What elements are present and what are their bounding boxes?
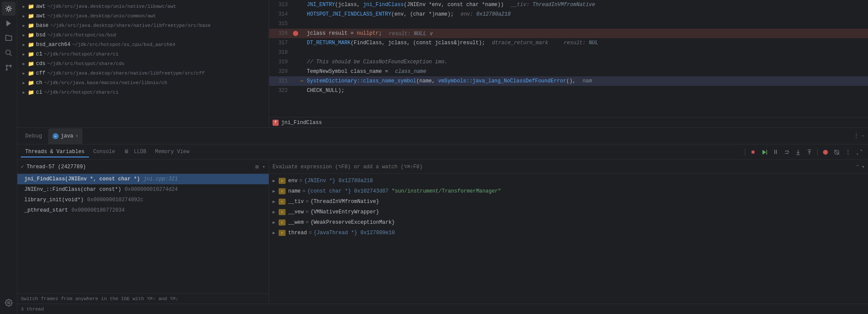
search-sidebar-icon[interactable] [2,46,16,60]
debug-more-btn[interactable]: ⋮ [854,133,859,139]
eval-right-icons: ⌃ ▾ [856,164,865,170]
svg-point-4 [6,65,7,66]
debug-minimize-btn[interactable]: − [861,133,865,139]
var-type-icon: f [279,230,286,236]
tree-item-ci[interactable]: ▶ 📁 ci ~/jdk/src/hotspot/share/ci [17,88,269,97]
tree-arrow: ▶ [23,33,28,38]
folder-icon: 📁 [28,80,34,86]
debug-tabs-bar: Debug ☕ java × ⋮ − [17,128,868,144]
var-type-icon: f [279,199,286,205]
toolbar-sep-1 [745,149,745,156]
var-expand-arrow: ▶ [273,209,279,215]
main-content: ▶ 📁 awt ~/jdk/src/java.desktop/unix/nati… [17,0,868,314]
tree-arrow: ▶ [23,4,28,9]
step-into-btn[interactable] [793,147,803,157]
session-icon: ☕ [53,133,59,139]
code-line-317: 317 DT_RETURN_MARK(FindClass, jclass, (c… [269,38,868,48]
var-item-env[interactable]: ▶ f env = {JNIEnv *} 0x12780a218 [269,176,868,186]
debug-session-tab[interactable]: ☕ java × [48,128,82,144]
stop-red-btn[interactable] [820,147,831,157]
tree-item-bsd[interactable]: ▶ 📁 bsd ~/jdk/src/hotspot/os/bsd [17,30,269,40]
tab-console[interactable]: Console [89,147,119,157]
var-item-vew[interactable]: ▶ f __vew = {VMNativeEntryWrapper} [269,207,868,217]
tab-memory-view[interactable]: Memory View [151,147,194,157]
toolbar-right [854,147,865,157]
folder-icon: 📁 [28,42,34,48]
debug-sidebar-icon[interactable] [2,2,16,16]
var-type-icon: f [279,219,286,226]
code-line-321: 321 → SystemDictionary::class_name_symbo… [269,76,868,86]
var-item-tiv[interactable]: ▶ f __tiv = {ThreadInVMfromNative} [269,196,868,207]
stack-frame-0[interactable]: jni_FindClass(JNIEnv *, const char *) jn… [17,174,269,184]
var-item-thread[interactable]: ▶ f thread = {JavaThread *} 0x127809e10 [269,228,868,238]
more-options-btn[interactable]: ⋮ [843,147,853,157]
step-over-btn[interactable] [782,147,792,157]
var-expand-arrow: ▶ [273,178,279,183]
pause-btn[interactable]: ⏸ [770,147,781,157]
debug-toolbar: Threads & Variables Console 🖥 LLDB Memor… [17,144,868,160]
debug-panel: Debug ☕ java × ⋮ − Threads & Variables C… [17,128,868,314]
thread-chevron-icon[interactable]: ▾ [262,164,265,170]
var-item-wem[interactable]: ▶ f __wem = {WeakPreserveExceptionMark} [269,217,868,228]
stop-debug-btn[interactable]: ■ [748,147,758,157]
debug-main-tab[interactable]: Debug [21,128,46,144]
folder-icon: 📁 [28,13,34,20]
code-editor[interactable]: 313 JNI_ENTRY(jclass, jni_FindClass(JNIE… [269,0,868,117]
tree-item-cff[interactable]: ▶ 📁 cff ~/jdk/src/java.desktop/share/nat… [17,69,269,78]
tree-arrow: ▶ [23,90,28,95]
breadcrumb-bar: f jni_FindClass [269,117,868,128]
var-item-name[interactable]: ▶ f name = {const char *} 0x102743d87 "s… [269,186,868,196]
tree-item-c1[interactable]: ▶ 📁 c1 ~/jdk/src/hotspot/share/c1 [17,49,269,59]
stack-frame-2[interactable]: library_init(void*) 0x000000010274092c [17,195,269,205]
stack-frame-1[interactable]: JNIEnv_::FindClass(char const*) 0x000000… [17,184,269,195]
resume-btn[interactable] [759,147,769,157]
run-sidebar-icon[interactable] [2,16,16,30]
git-sidebar-icon[interactable] [2,61,16,75]
file-tree[interactable]: ▶ 📁 awt ~/jdk/src/java.desktop/unix/nati… [17,0,269,128]
settings-sidebar-icon[interactable] [2,296,16,310]
tree-item-ch[interactable]: ▶ 📁 ch ~/jdk/src/java.base/macosx/native… [17,78,269,88]
files-sidebar-icon[interactable] [2,31,16,45]
svg-point-0 [7,7,10,10]
tree-arrow: ▶ [23,23,28,28]
thread-panel: ✓ Thread-57 (2427789) ⊞ ▾ jni_FindClass(… [17,160,269,304]
eval-expand-icon[interactable]: ⌃ [856,164,859,170]
breakpoint-316[interactable] [293,31,298,36]
var-expand-arrow: ▶ [273,230,279,236]
step-out-btn[interactable] [804,147,815,157]
status-thread-count: 3 thread [21,307,44,312]
folder-icon: 📁 [28,89,34,96]
folder-icon: 📁 [28,23,34,29]
tree-item-cds[interactable]: ▶ 📁 cds ~/jdk/src/hotspot/share/cds [17,59,269,69]
var-expand-arrow: ▶ [273,189,279,194]
thread-filter-icon[interactable]: ⊞ [256,164,259,170]
tab-lldb[interactable]: 🖥 LLDB [119,147,151,157]
breadcrumb-method-icon: f [273,120,279,126]
tree-item-awt1[interactable]: ▶ 📁 awt ~/jdk/src/java.desktop/unix/nati… [17,2,269,11]
tree-item-bsd-aarch64[interactable]: ▶ 📁 bsd_aarch64 ~/jdk/src/hotspot/os_cpu… [17,40,269,49]
tab-threads-variables[interactable]: Threads & Variables [21,147,89,157]
tree-item-awt2[interactable]: ▶ 📁 awt ~/jdk/src/java.desktop/unix/comm… [17,11,269,21]
tree-item-base[interactable]: ▶ 📁 base ~/jdk/src/java.desktop/share/na… [17,21,269,30]
stack-frame-3[interactable]: _pthread_start 0x000000180772034 [17,205,269,216]
thread-list[interactable]: jni_FindClass(JNIEnv *, const char *) jn… [17,174,269,293]
active-thread-row[interactable]: ✓ Thread-57 (2427789) [21,164,252,170]
mute-btn[interactable] [832,147,842,157]
expand-btn[interactable] [854,147,865,157]
session-label: java [61,133,73,139]
svg-point-6 [6,69,7,70]
code-line-322: 322 CHECK_NULL); [269,86,868,95]
folder-icon: 📁 [28,61,34,67]
var-list[interactable]: ▶ f env = {JNIEnv *} 0x12780a218 ▶ f nam… [269,174,868,304]
folder-icon: 📁 [28,32,34,39]
eval-bar: ⌃ ▾ [269,160,868,174]
eval-chevron-icon[interactable]: ▾ [861,164,865,170]
switch-frames-hint: Switch frames from anywhere in the IDE w… [17,293,269,304]
code-line-320: 320 TempNewSymbol class_name = class_nam… [269,67,868,76]
tree-arrow: ▶ [23,62,28,66]
session-close-btn[interactable]: × [76,134,79,139]
status-bar: 3 thread [17,304,868,314]
eval-input[interactable] [273,164,856,170]
toolbar-sep-2 [817,149,818,156]
debug-content: ✓ Thread-57 (2427789) ⊞ ▾ jni_FindClass(… [17,160,868,304]
